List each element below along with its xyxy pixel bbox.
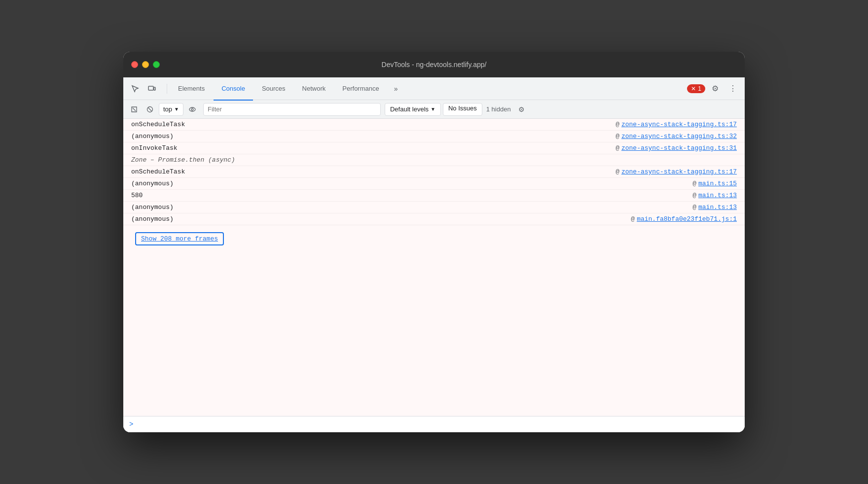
settings-button[interactable]: ⚙ [707,81,723,97]
console-output: onScheduleTask @ zone-async-stack-taggin… [123,119,745,416]
traffic-lights [131,61,160,68]
dropdown-arrow-icon: ▼ [431,106,435,112]
block-network-button[interactable] [143,103,157,116]
window-title: DevTools - ng-devtools.netlify.app/ [382,61,487,69]
svg-line-3 [133,108,136,111]
tab-bar: Elements Console Sources Network Perform… [123,77,745,100]
entry-function-name: 580 [131,192,692,199]
entry-function-name: (anonymous) [131,215,631,223]
svg-point-7 [191,108,193,110]
tab-bar-icons [127,81,160,97]
svg-line-5 [148,107,152,111]
entry-function-name: onScheduleTask [131,168,615,175]
console-entry: (anonymous) @ main.ts:15 [123,178,745,190]
error-icon: ✕ [691,85,696,92]
console-input-row: > [123,416,745,432]
entry-source-link[interactable]: zone-async-stack-tagging.ts:17 [621,168,737,175]
inspect-element-button[interactable] [127,81,143,97]
more-options-button[interactable]: ⋮ [725,81,741,97]
entry-at-symbol: @ [692,204,696,211]
error-badge[interactable]: ✕ 1 [687,84,705,93]
gear-icon: ⚙ [518,105,525,113]
default-levels-button[interactable]: Default levels ▼ [385,103,441,116]
console-entry: (anonymous) @ zone-async-stack-tagging.t… [123,131,745,142]
device-toolbar-button[interactable] [144,81,160,97]
no-issues-button[interactable]: No Issues [443,103,482,116]
devtools-window: DevTools - ng-devtools.netlify.app/ [123,52,745,432]
console-entry: onScheduleTask @ zone-async-stack-taggin… [123,119,745,131]
context-selector[interactable]: top ▼ [159,103,183,116]
entry-at-symbol: @ [631,215,635,223]
console-prompt: > [129,420,133,428]
entry-function-name: onInvokeTask [131,144,615,152]
console-entry-async: Zone – Promise.then (async) [123,154,745,166]
tab-console[interactable]: Console [214,78,253,101]
tab-bar-divider [167,84,167,94]
maximize-button[interactable] [153,61,160,68]
tab-sources[interactable]: Sources [254,78,293,101]
entry-at-symbol: @ [615,121,619,128]
more-tabs-button[interactable]: » [388,81,404,97]
hidden-count: 1 hidden [484,105,513,113]
console-entry: 580 @ main.ts:13 [123,190,745,202]
clear-console-button[interactable] [127,103,141,116]
entry-source-link[interactable]: main.ts:13 [698,204,737,211]
entry-source-link[interactable]: zone-async-stack-tagging.ts:31 [621,144,737,152]
svg-rect-1 [154,87,155,90]
show-more-frames-container: Show 208 more frames [123,225,745,252]
entry-at-symbol: @ [615,168,619,175]
console-input[interactable] [137,421,739,428]
entry-source-link[interactable]: zone-async-stack-tagging.ts:32 [621,133,737,140]
show-more-frames-button[interactable]: Show 208 more frames [135,232,224,245]
entry-source-link[interactable]: zone-async-stack-tagging.ts:17 [621,121,737,128]
gear-icon: ⚙ [712,84,719,93]
filter-input[interactable] [203,103,381,116]
entry-at-symbol: @ [615,144,619,152]
vertical-dots-icon: ⋮ [729,84,737,93]
tab-bar-right: ✕ 1 ⚙ ⋮ [687,81,741,97]
tab-elements[interactable]: Elements [170,78,213,101]
entry-at-symbol: @ [615,133,619,140]
console-settings-button[interactable]: ⚙ [515,103,529,116]
entry-function-name: (anonymous) [131,180,692,187]
close-button[interactable] [131,61,138,68]
tab-network[interactable]: Network [294,78,334,101]
devtools-panel: Elements Console Sources Network Perform… [123,77,745,432]
entry-source-link[interactable]: main.ts:13 [698,192,737,199]
console-entry: (anonymous) @ main.ts:13 [123,202,745,213]
entry-function-name: (anonymous) [131,204,692,211]
entry-source-link[interactable]: main.fa8bfa0e23f1eb71.js:1 [637,215,737,223]
entry-at-symbol: @ [692,180,696,187]
minimize-button[interactable] [142,61,149,68]
entry-async-label: Zone – Promise.then (async) [131,156,737,164]
tab-performance[interactable]: Performance [334,78,387,101]
svg-point-6 [189,107,195,111]
console-entry: onScheduleTask @ zone-async-stack-taggin… [123,166,745,178]
console-toolbar: top ▼ Default levels ▼ No Issues 1 hidde… [123,100,745,119]
console-entry: (anonymous) @ main.fa8bfa0e23f1eb71.js:1 [123,213,745,225]
entry-source-link[interactable]: main.ts:15 [698,180,737,187]
entry-at-symbol: @ [692,192,696,199]
entry-function-name: (anonymous) [131,133,615,140]
dropdown-arrow-icon: ▼ [174,106,179,112]
svg-rect-0 [148,86,153,90]
console-entry: onInvokeTask @ zone-async-stack-tagging.… [123,142,745,154]
title-bar: DevTools - ng-devtools.netlify.app/ [123,52,745,77]
entry-function-name: onScheduleTask [131,121,615,128]
eye-button[interactable] [185,103,199,116]
